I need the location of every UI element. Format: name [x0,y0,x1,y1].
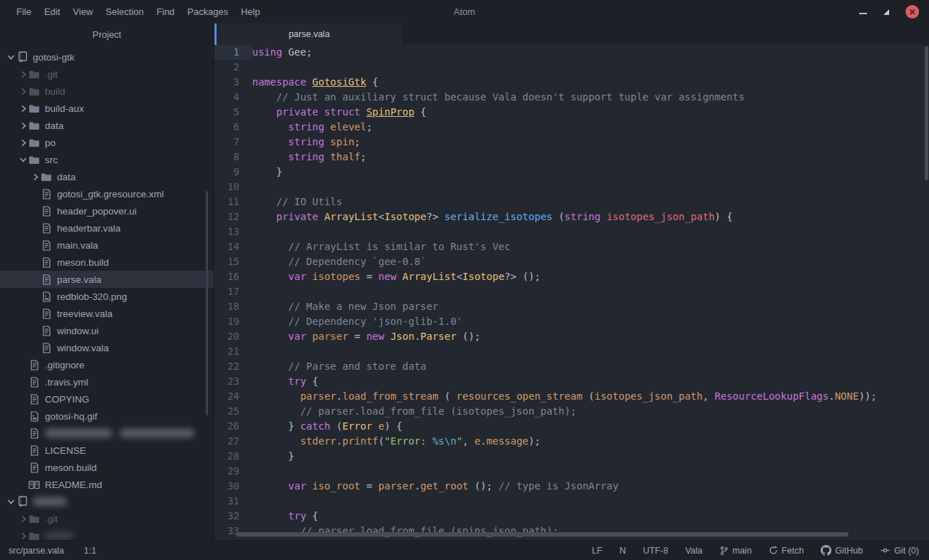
tree-item-redacted[interactable] [0,425,214,442]
tree-item-build-aux[interactable]: build-aux [0,100,214,117]
code-line: var iso_root = parser.get_root (); // ty… [252,479,929,494]
tree-item-data[interactable]: data [0,117,214,134]
restore-button[interactable] [883,9,890,16]
tree-item-header_popover.ui[interactable]: header_popover.ui [0,202,214,219]
tree-item-gotosi_gtk.gresource.xml[interactable]: gotosi_gtk.gresource.xml [0,185,214,202]
tree-item-redacted[interactable] [0,493,214,510]
tree-item-redacted[interactable] [0,527,214,540]
file-icon [41,325,52,336]
chevron-right-icon[interactable] [18,103,28,113]
chevron-right-icon[interactable] [18,514,28,524]
tree-item-gotosi-hq.gif[interactable]: gotosi-hq.gif [0,408,214,425]
github-panel-button[interactable]: GitHub [821,545,863,556]
chevron-down-icon[interactable] [6,52,16,62]
menu-view[interactable]: View [66,6,99,17]
tree-item-redblob-320.png[interactable]: redblob-320.png [0,288,214,305]
git-branch-icon [720,546,729,556]
tree-item-label: window.ui [57,326,99,336]
chevron-right-icon[interactable] [18,69,28,79]
chevron-spacer [30,291,41,301]
tree-item-content: .git [0,513,58,524]
tree-item-content: redblob-320.png [0,291,127,302]
menu-help[interactable]: Help [234,6,266,17]
minimize-button[interactable] [859,13,867,14]
tree-scrollbar[interactable] [206,191,208,415]
close-button[interactable]: ✕ [905,5,919,19]
editor-vertical-scrollbar[interactable] [925,46,928,180]
cursor-position[interactable]: 1:1 [84,546,96,556]
tree-item-build[interactable]: build [0,83,214,100]
tree-item-src[interactable]: src [0,151,214,168]
tree-item-content: headerbar.vala [0,222,120,234]
line-number: 25 [214,404,252,419]
menu-find[interactable]: Find [150,6,181,17]
tree-item-.git[interactable]: .git [0,66,214,83]
menu-selection[interactable]: Selection [99,6,150,17]
chevron-spacer [18,360,28,370]
git-fetch-button[interactable]: Fetch [769,546,804,556]
repo-icon [16,51,28,63]
chevron-spacer [30,240,41,250]
git-panel-button[interactable]: Git (0) [880,546,919,556]
line-number: 16 [214,269,252,284]
tree-item-window.ui[interactable]: window.ui [0,322,214,339]
tree-item-window.vala[interactable]: window.vala [0,339,214,356]
line-number: 28 [214,449,252,464]
tree-item-treeview.vala[interactable]: treeview.vala [0,305,214,322]
tree-item-meson.build[interactable]: meson.build [0,254,214,271]
tree-item-main.vala[interactable]: main.vala [0,237,214,254]
code-line: } catch (Error e) { [252,419,929,434]
tree-item-content: gotosi_gtk.gresource.xml [0,188,164,199]
line-ending-indicator[interactable]: LF [592,546,603,556]
tree-item-.gitignore[interactable]: .gitignore [0,356,214,373]
grammar-indicator[interactable]: Vala [685,546,702,556]
line-ending-indicator-label: LF [592,546,603,556]
tree-item-content: build [0,85,66,97]
tree-item-meson.build[interactable]: meson.build [0,459,214,476]
tree-item-.git[interactable]: .git [0,510,214,527]
code-line [252,284,929,299]
tree-item-content: header_popover.ui [0,205,137,217]
tree-item-data[interactable]: data [0,168,214,185]
menu-file[interactable]: File [10,6,38,17]
chevron-right-icon[interactable] [18,531,28,540]
tree-item-label: parse.vala [57,274,101,285]
line-number: 30 [214,479,252,494]
chevron-spacer [18,394,28,404]
folder-icon [28,85,40,97]
tree-item-COPYING[interactable]: COPYING [0,390,214,408]
text-editor[interactable]: 1234567891011121314151617181920212223242… [214,45,929,540]
tree-item-label: main.vala [57,240,98,251]
tree-item-LICENSE[interactable]: LICENSE [0,442,214,459]
git-branch-indicator[interactable]: main [720,546,752,556]
menu-bar: FileEditViewSelectionFindPackagesHelp At… [0,0,929,24]
code-line: parser.load_from_stream ( resources_open… [252,389,929,404]
code-line: // Dependency `gee-0.8` [252,254,929,269]
chevron-right-icon[interactable] [18,86,28,96]
menu-packages[interactable]: Packages [181,6,234,17]
tree-item-.travis.yml[interactable]: .travis.yml [0,373,214,390]
tree-item-gotosi-gtk[interactable]: gotosi-gtk [0,48,214,66]
chevron-right-icon[interactable] [18,120,28,130]
chevron-right-icon[interactable] [30,172,41,182]
tree-item-README.md[interactable]: README.md [0,476,214,493]
tab-parse-vala[interactable]: parse.vala [214,24,402,45]
editor-horizontal-scrollbar[interactable] [236,532,848,536]
newline-indicator[interactable]: N [619,546,626,556]
tree-item-label: gotosi-hq.gif [45,411,98,422]
encoding-indicator[interactable]: UTF-8 [643,546,668,556]
tree-item-label: LICENSE [45,445,86,456]
tree-item-label: .git [45,514,58,524]
menu-edit[interactable]: Edit [38,6,66,17]
newline-indicator-label: N [619,546,626,556]
tree-item-headerbar.vala[interactable]: headerbar.vala [0,219,214,237]
chevron-spacer [18,479,28,489]
chevron-down-icon[interactable] [6,497,16,507]
line-number: 20 [214,329,252,344]
chevron-spacer [18,428,28,438]
tree-item-parse.vala[interactable]: parse.vala [0,271,214,288]
code-content: using Gee;namespace GotosiGtk { // Just … [252,45,929,540]
tree-item-po[interactable]: po [0,134,214,151]
chevron-down-icon[interactable] [18,155,28,165]
chevron-right-icon[interactable] [18,138,28,147]
